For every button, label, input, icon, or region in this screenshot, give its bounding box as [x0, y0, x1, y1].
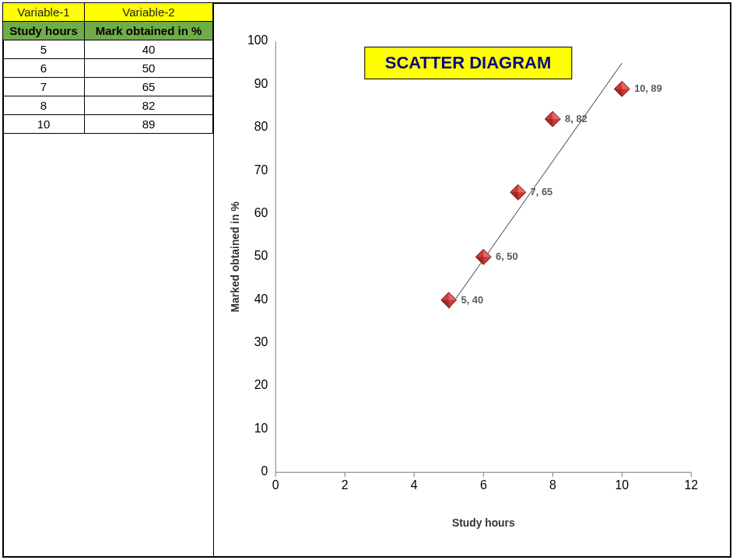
svg-text:0: 0 — [272, 478, 279, 492]
svg-text:40: 40 — [254, 292, 268, 306]
table-header-study-hours: Study hours — [3, 22, 85, 40]
svg-text:4: 4 — [411, 478, 418, 492]
svg-text:12: 12 — [685, 478, 699, 492]
table-row: 5 40 — [3, 40, 213, 59]
cell-y: 50 — [85, 59, 213, 78]
table-row: 10 89 — [3, 115, 213, 134]
data-table: Variable-1 Variable-2 Study hours Mark o… — [2, 2, 213, 134]
svg-text:0: 0 — [261, 464, 268, 478]
svg-text:80: 80 — [254, 120, 268, 133]
svg-text:Marked obtained in %: Marked obtained in % — [229, 201, 241, 312]
svg-text:60: 60 — [254, 206, 268, 219]
table-header-row-1: Variable-1 Variable-2 — [3, 3, 213, 22]
svg-text:10, 89: 10, 89 — [634, 82, 662, 94]
scatter-chart: 01020304050607080901000246810125, 406, 5… — [222, 12, 714, 548]
cell-x: 10 — [3, 115, 85, 134]
slide-frame: Variable-1 Variable-2 Study hours Mark o… — [2, 2, 731, 558]
svg-text:6, 50: 6, 50 — [496, 250, 518, 262]
table-header-var1: Variable-1 — [3, 3, 85, 22]
cell-x: 8 — [3, 96, 85, 115]
svg-text:8, 82: 8, 82 — [565, 113, 587, 124]
table-row: 8 82 — [3, 96, 213, 115]
cell-y: 82 — [85, 96, 213, 115]
table-header-mark: Mark obtained in % — [85, 22, 213, 40]
svg-text:7, 65: 7, 65 — [531, 186, 553, 198]
svg-text:6: 6 — [480, 478, 487, 492]
svg-text:20: 20 — [254, 378, 268, 391]
table-header-row-2: Study hours Mark obtained in % — [3, 22, 213, 40]
svg-text:2: 2 — [342, 478, 349, 492]
cell-x: 7 — [3, 78, 85, 96]
svg-text:Study hours: Study hours — [452, 516, 515, 529]
cell-x: 6 — [3, 59, 85, 78]
table-header-var2: Variable-2 — [85, 3, 213, 22]
svg-text:90: 90 — [254, 77, 268, 90]
chart-title: SCATTER DIAGRAM — [364, 47, 572, 79]
svg-text:5, 40: 5, 40 — [461, 294, 484, 306]
svg-text:8: 8 — [549, 478, 556, 492]
svg-text:10: 10 — [615, 478, 630, 492]
table-row: 6 50 — [3, 59, 213, 78]
svg-text:30: 30 — [254, 335, 268, 348]
cell-y: 89 — [85, 115, 213, 134]
svg-text:100: 100 — [247, 33, 268, 47]
svg-text:10: 10 — [254, 422, 268, 435]
chart-frame: SCATTER DIAGRAM 010203040506070809010002… — [213, 4, 730, 556]
svg-text:70: 70 — [254, 163, 268, 177]
chart-container: SCATTER DIAGRAM 010203040506070809010002… — [222, 12, 714, 548]
cell-y: 40 — [85, 40, 213, 59]
cell-x: 5 — [3, 40, 85, 59]
cell-y: 65 — [85, 78, 213, 96]
table-row: 7 65 — [3, 78, 213, 96]
svg-text:50: 50 — [254, 249, 268, 262]
